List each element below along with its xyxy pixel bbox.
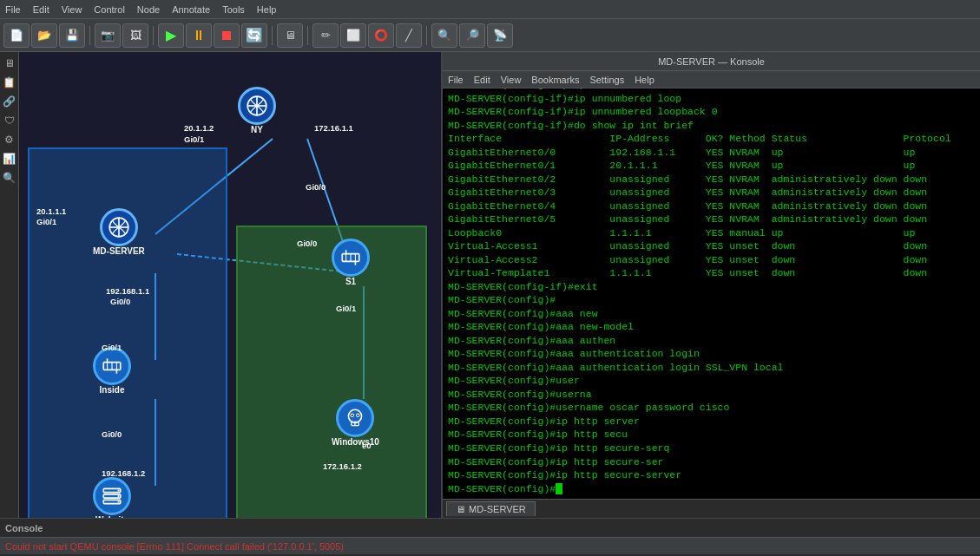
- node-s1[interactable]: S1: [332, 239, 370, 286]
- s1-icon: [332, 239, 370, 277]
- menu-tools[interactable]: Tools: [222, 4, 245, 15]
- add-note-button[interactable]: ✏: [312, 23, 339, 48]
- node-inside[interactable]: Inside: [93, 347, 131, 395]
- terminal-line: MD-SERVER(config)#aaa authen: [448, 334, 975, 348]
- console-label: Console: [5, 523, 43, 533]
- s1-gi00-label: Gi0/0: [297, 239, 317, 248]
- new-button[interactable]: 📄: [3, 23, 30, 48]
- terminal-line: MD-SERVER(config)#aaa authentication log…: [448, 361, 975, 375]
- sidebar-icon-4[interactable]: 🛡: [2, 113, 17, 128]
- capture-button[interactable]: 📡: [487, 23, 513, 48]
- menu-control[interactable]: Control: [94, 4, 124, 15]
- stop-button[interactable]: ⏹: [214, 23, 240, 48]
- md-server-icon: [100, 208, 138, 246]
- topology-canvas: NY 20.1.1.2 Gi0/1 172.16.1.1 Gi0/0 MD-SE…: [19, 52, 441, 518]
- topology-panel: 🖥 📋 🔗 🛡 ⚙ 📊 🔍: [0, 52, 443, 518]
- md-server-region: [28, 147, 227, 518]
- konsole-menu-edit[interactable]: Edit: [474, 75, 490, 85]
- menu-edit[interactable]: Edit: [33, 4, 49, 15]
- konsole-tab-md-server[interactable]: 🖥 MD-SERVER: [446, 501, 536, 516]
- terminal-line: GigabitEthernet0/1 20.1.1.1 YES NVRAM up…: [448, 159, 975, 173]
- node-ny[interactable]: NY: [238, 87, 276, 134]
- sidebar-icon-3[interactable]: 🔗: [2, 94, 17, 109]
- menu-file[interactable]: File: [5, 4, 21, 15]
- konsole-menu-file[interactable]: File: [448, 75, 464, 85]
- konsole-menu-bookmarks[interactable]: Bookmarks: [531, 75, 579, 85]
- konsole-titlebar: MD-SERVER — Konsole: [443, 52, 980, 71]
- sidebar-icon-1[interactable]: 🖥: [2, 56, 17, 71]
- terminal-line: MD-SERVER(config)#aaa authentication log…: [448, 347, 975, 361]
- node-md-server[interactable]: MD-SERVER: [93, 208, 145, 256]
- toolbar-sep-2: [153, 26, 154, 45]
- node-website[interactable]: Website: [93, 477, 131, 518]
- console-button[interactable]: 🖥: [277, 23, 303, 48]
- konsole-tabbar: 🖥 MD-SERVER: [443, 499, 980, 518]
- s1-label: S1: [345, 277, 356, 286]
- zoom-out-button[interactable]: 🔎: [459, 23, 485, 48]
- md-192-label: 192.168.1.1: [106, 286, 149, 296]
- konsole-menu-view[interactable]: View: [501, 75, 522, 85]
- md-gi01-label: Gi0/1: [36, 217, 56, 226]
- terminal-line: MD-SERVER(config)#: [448, 482, 975, 496]
- terminal-line: MD-SERVER(config)#user: [448, 374, 975, 388]
- menu-annotate[interactable]: Annotate: [172, 4, 210, 15]
- open-button[interactable]: 📂: [31, 23, 57, 48]
- sidebar-icon-2[interactable]: 📋: [2, 75, 17, 90]
- menu-view[interactable]: View: [62, 4, 82, 15]
- add-rect-button[interactable]: ⬜: [340, 23, 366, 48]
- konsole-tab-icon: 🖥: [456, 504, 465, 514]
- s1-gi01-label: Gi0/1: [336, 304, 356, 313]
- node-windows10[interactable]: Windows10: [332, 399, 379, 447]
- ny-icon: [238, 87, 276, 125]
- terminal-line: GigabitEthernet0/3 unassigned YES NVRAM …: [448, 186, 975, 200]
- menu-help[interactable]: Help: [257, 4, 277, 15]
- terminal-line: MD-SERVER(config)#ip http secure-ser: [448, 455, 975, 469]
- terminal-line: GigabitEthernet0/4 unassigned YES NVRAM …: [448, 200, 975, 213]
- terminal-line: Virtual-Template1 1.1.1.1 YES unset down…: [448, 266, 975, 280]
- terminal-line: Interface IP-Address OK? Method Status P…: [448, 132, 975, 146]
- reload-button[interactable]: 🔄: [241, 23, 267, 48]
- terminal-line: MD-SERVER(config)#aaa new-model: [448, 320, 975, 334]
- sidebar-icon-6[interactable]: 📊: [2, 151, 17, 167]
- ny-ip2-label: 172.16.1.1: [314, 123, 353, 133]
- toolbar-sep-4: [307, 26, 308, 45]
- sidebar-icon-5[interactable]: ⚙: [2, 132, 17, 147]
- pause-button[interactable]: ⏸: [186, 23, 212, 48]
- left-sidebar: 🖥 📋 🔗 🛡 ⚙ 📊 🔍: [0, 52, 19, 518]
- start-button[interactable]: ▶: [158, 23, 184, 48]
- md-server-label: MD-SERVER: [93, 246, 145, 256]
- terminal-line: MD-SERVER(config)#aaa new: [448, 307, 975, 321]
- inside-label: Inside: [100, 385, 125, 395]
- terminal-line: MD-SERVER(config)#ip http secure-server: [448, 468, 975, 482]
- inside-gi00-label: Gi0/0: [102, 429, 122, 439]
- svg-point-28: [118, 495, 120, 497]
- bottom-bar: Console: [0, 518, 980, 537]
- konsole-title: MD-SERVER — Konsole: [658, 56, 765, 67]
- windows-eth0-label: e0: [362, 441, 372, 450]
- konsole-menu-help[interactable]: Help: [635, 75, 654, 85]
- terminal-cursor: [556, 483, 562, 494]
- terminal-line: MD-SERVER(config-if)#do show ip int brie…: [448, 119, 975, 133]
- terminal-line: MD-SERVER(config)#: [448, 293, 975, 307]
- inside-icon: [93, 347, 131, 385]
- konsole-menu-settings[interactable]: Settings: [589, 75, 624, 85]
- toolbar-sep-3: [272, 26, 273, 45]
- zoom-in-button[interactable]: 🔍: [431, 23, 457, 48]
- terminal-line: MD-SERVER(config)#ip http server: [448, 415, 975, 428]
- add-ellipse-button[interactable]: ⭕: [368, 23, 394, 48]
- terminal-output[interactable]: MD-SERVER(config)#int virtual-teMD-SERVE…: [443, 88, 980, 499]
- save-button[interactable]: 💾: [59, 23, 85, 48]
- menu-node[interactable]: Node: [137, 4, 160, 15]
- terminal-line: Virtual-Access1 unassigned YES unset dow…: [448, 239, 975, 253]
- terminal-line: MD-SERVER(config-if)#exit: [448, 280, 975, 294]
- terminal-line: MD-SERVER(config-if)#ip unnumbered loopb…: [448, 105, 975, 119]
- terminal-line: GigabitEthernet0/5 unassigned YES NVRAM …: [448, 213, 975, 226]
- screenshot-button[interactable]: 🖼: [122, 23, 148, 48]
- windows10-label: Windows10: [332, 437, 379, 447]
- add-line-button[interactable]: ╱: [396, 23, 422, 48]
- md-ip-label: 20.1.1.1: [36, 206, 66, 216]
- snapshot-button[interactable]: 📷: [95, 23, 121, 48]
- sidebar-icon-7[interactable]: 🔍: [2, 170, 17, 186]
- svg-point-30: [349, 409, 362, 422]
- website-ip-label: 192.168.1.2: [102, 468, 145, 478]
